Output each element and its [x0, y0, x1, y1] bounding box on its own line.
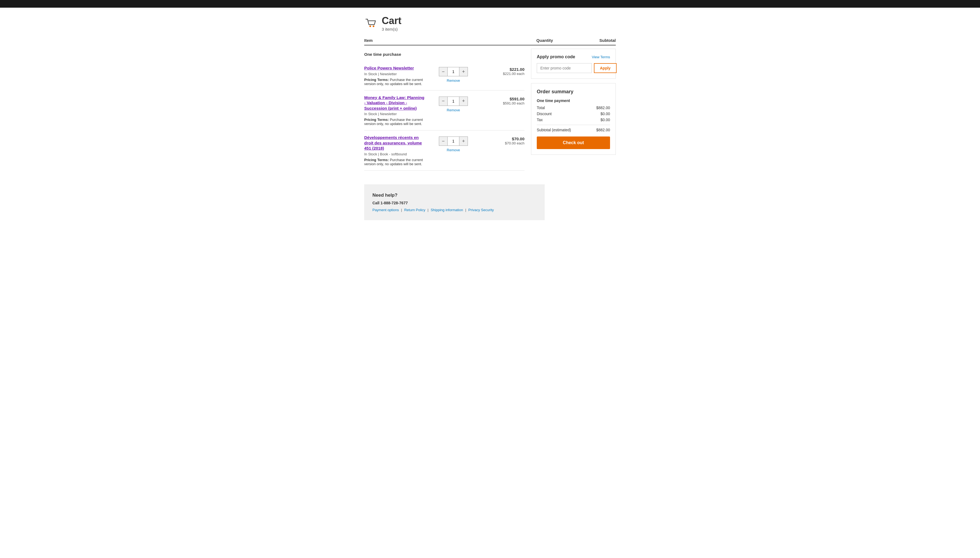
- qty-decrease-2[interactable]: −: [439, 97, 447, 105]
- item-quantity-1: − + Remove: [426, 66, 481, 86]
- item-details-1: Police Powers Newsletter In Stock | News…: [364, 66, 426, 86]
- cart-title: Cart: [382, 16, 402, 26]
- subtotal-label: Subtotal (estimated): [537, 128, 571, 132]
- help-link-privacy-security[interactable]: Privacy Security: [469, 208, 494, 212]
- cart-title-block: Cart 3 item(s): [382, 16, 402, 31]
- qty-increase-1[interactable]: +: [459, 67, 467, 76]
- qty-input-2[interactable]: [447, 97, 459, 105]
- promo-title: Apply promo code: [537, 54, 575, 59]
- cart-item-1: Police Powers Newsletter In Stock | News…: [364, 61, 524, 90]
- order-summary-box: Order summary One time payment Total$882…: [531, 83, 616, 155]
- subtotal-price-3: $70.00: [481, 136, 524, 141]
- subtotal-value: $882.00: [596, 128, 610, 132]
- row-label-3: Tax: [537, 118, 543, 122]
- qty-input-3[interactable]: [447, 137, 459, 146]
- section-label: One time purchase: [364, 52, 524, 57]
- item-quantity-2: − + Remove: [426, 95, 481, 126]
- item-stock-1: In Stock | Newsletter: [364, 72, 426, 76]
- checkout-button[interactable]: Check out: [537, 136, 610, 149]
- th-quantity: Quantity: [517, 38, 572, 43]
- item-subtotal-3: $70.00 $70.00 each: [481, 135, 524, 166]
- cart-icon-wrapper: [364, 16, 379, 31]
- help-links: Payment options | Return Policy | Shippi…: [372, 208, 536, 212]
- view-terms-link[interactable]: View Terms: [592, 55, 610, 59]
- svg-point-1: [373, 25, 374, 27]
- help-phone: Call 1-888-728-7677: [372, 201, 536, 205]
- help-sep-3: |: [465, 208, 466, 212]
- item-quantity-3: − + Remove: [426, 135, 481, 166]
- item-title-1[interactable]: Police Powers Newsletter: [364, 66, 426, 71]
- help-section: Need help? Call 1-888-728-7677 Payment o…: [364, 184, 545, 220]
- main-layout: One time purchase Police Powers Newslett…: [364, 49, 616, 171]
- th-subtotal: Subtotal: [572, 38, 616, 43]
- item-title-3[interactable]: Développements récents en droit des assu…: [364, 135, 426, 151]
- row-label-2: Discount: [537, 112, 552, 116]
- summary-rows: Total$882.00Discount$0.00Tax$0.00: [537, 105, 610, 122]
- cart-icon: [364, 16, 379, 31]
- subtotal-price-1: $221.00: [481, 67, 524, 72]
- table-header: Item Quantity Subtotal: [364, 38, 616, 45]
- remove-link-2[interactable]: Remove: [447, 108, 460, 112]
- item-subtotal-1: $221.00 $221.00 each: [481, 66, 524, 86]
- qty-increase-2[interactable]: +: [459, 97, 467, 105]
- promo-code-input[interactable]: [537, 63, 592, 73]
- remove-link-3[interactable]: Remove: [447, 148, 460, 152]
- help-link-shipping-info[interactable]: Shipping information: [431, 208, 463, 212]
- remove-link-1[interactable]: Remove: [447, 79, 460, 83]
- cart-item-count: 3 item(s): [382, 27, 402, 31]
- item-subtotal-2: $591.00 $591.00 each: [481, 95, 524, 126]
- cart-items: One time purchase Police Powers Newslett…: [364, 49, 524, 171]
- items-container: Police Powers Newsletter In Stock | News…: [364, 61, 524, 171]
- qty-decrease-3[interactable]: −: [439, 137, 447, 146]
- th-item: Item: [364, 38, 517, 43]
- promo-box: Apply promo code View Terms Apply: [531, 49, 616, 79]
- promo-header: Apply promo code View Terms: [537, 54, 610, 59]
- pricing-terms-2: Pricing Terms: Purchase the current vers…: [364, 118, 426, 126]
- help-link-return-policy[interactable]: Return Policy: [404, 208, 425, 212]
- item-details-2: Money & Family Law: Planning - Valuation…: [364, 95, 426, 126]
- summary-row-2: Discount$0.00: [537, 112, 610, 116]
- summary-subtotal-row: Subtotal (estimated) $882.00: [537, 128, 610, 132]
- payment-type-label: One time payment: [537, 98, 610, 103]
- qty-controls-3: − +: [439, 136, 468, 146]
- subtotal-each-2: $591.00 each: [481, 101, 524, 105]
- page-container: Cart 3 item(s) Item Quantity Subtotal On…: [359, 8, 621, 236]
- cart-item-2: Money & Family Law: Planning - Valuation…: [364, 90, 524, 131]
- item-title-2[interactable]: Money & Family Law: Planning - Valuation…: [364, 95, 426, 111]
- sidebar: Apply promo code View Terms Apply Order …: [531, 49, 616, 155]
- summary-row-1: Total$882.00: [537, 105, 610, 110]
- help-sep-1: |: [401, 208, 402, 212]
- promo-input-row: Apply: [537, 63, 610, 73]
- qty-decrease-1[interactable]: −: [439, 67, 447, 76]
- subtotal-each-3: $70.00 each: [481, 141, 524, 145]
- row-value-1: $882.00: [596, 105, 610, 110]
- qty-controls-2: − +: [439, 97, 468, 106]
- cart-header: Cart 3 item(s): [364, 16, 616, 31]
- summary-divider: [537, 125, 610, 125]
- subtotal-price-2: $591.00: [481, 97, 524, 101]
- help-sep-2: |: [428, 208, 428, 212]
- apply-button[interactable]: Apply: [594, 63, 616, 73]
- help-title: Need help?: [372, 192, 536, 198]
- summary-row-3: Tax$0.00: [537, 118, 610, 122]
- qty-controls-1: − +: [439, 67, 468, 76]
- item-details-3: Développements récents en droit des assu…: [364, 135, 426, 166]
- pricing-terms-3: Pricing Terms: Purchase the current vers…: [364, 158, 426, 166]
- svg-point-0: [369, 25, 371, 27]
- subtotal-each-1: $221.00 each: [481, 72, 524, 76]
- top-bar: [0, 0, 980, 8]
- qty-increase-3[interactable]: +: [459, 137, 467, 146]
- item-stock-3: In Stock | Book - softbound: [364, 152, 426, 156]
- summary-title: Order summary: [537, 89, 610, 95]
- row-value-2: $0.00: [600, 112, 610, 116]
- pricing-terms-1: Pricing Terms: Purchase the current vers…: [364, 78, 426, 86]
- item-stock-2: In Stock | Newsletter: [364, 112, 426, 116]
- row-label-1: Total: [537, 105, 545, 110]
- row-value-3: $0.00: [600, 118, 610, 122]
- help-link-payment-options[interactable]: Payment options: [372, 208, 399, 212]
- qty-input-1[interactable]: [447, 67, 459, 76]
- cart-item-3: Développements récents en droit des assu…: [364, 130, 524, 171]
